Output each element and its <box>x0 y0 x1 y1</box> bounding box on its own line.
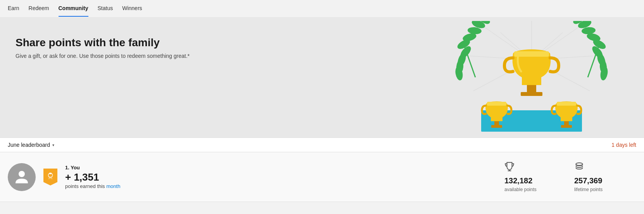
trophy-illustration <box>450 21 613 134</box>
leaderboard-dropdown[interactable]: June leaderboard ▾ <box>8 142 54 148</box>
available-points-block: 132,182 available points <box>504 162 566 192</box>
available-points-number: 132,182 <box>504 176 532 185</box>
chevron-down-icon: ▾ <box>52 143 54 147</box>
coins-icon <box>574 162 584 174</box>
leaderboard-title: June leaderboard <box>8 142 50 148</box>
hero-section: Share points with the family Give a gift… <box>0 17 644 137</box>
svg-rect-15 <box>514 51 549 57</box>
nav-earn[interactable]: Earn <box>8 0 19 17</box>
svg-rect-21 <box>564 121 569 125</box>
trophy-stat-icon <box>504 162 515 174</box>
lifetime-points-block: 257,369 lifetime points <box>574 162 636 192</box>
svg-point-49 <box>576 163 582 165</box>
lifetime-points-number: 257,369 <box>574 176 602 185</box>
person-icon <box>14 169 29 186</box>
nav-redeem[interactable]: Redeem <box>29 0 49 17</box>
points-amount: + 1,351 <box>65 171 497 183</box>
svg-point-44 <box>19 171 25 177</box>
svg-rect-13 <box>527 85 536 92</box>
days-left-badge: 1 days left <box>611 142 636 148</box>
navigation: Earn Redeem Community Status Winners <box>0 0 644 17</box>
svg-rect-17 <box>494 121 499 125</box>
svg-rect-18 <box>491 125 502 128</box>
svg-rect-19 <box>487 102 506 106</box>
svg-rect-23 <box>557 102 576 106</box>
leaderboard-bar: June leaderboard ▾ 1 days left <box>0 137 644 152</box>
month-highlight: month <box>106 183 120 189</box>
user-leaderboard-row: 1. You + 1,351 points earned this month … <box>0 152 644 202</box>
user-points-section: 1. You + 1,351 points earned this month <box>65 165 497 189</box>
svg-rect-14 <box>521 92 542 96</box>
svg-rect-46 <box>49 173 52 174</box>
nav-community[interactable]: Community <box>59 0 88 17</box>
medal-icon <box>46 172 55 182</box>
hero-subtitle: Give a gift, or ask for one. Use those p… <box>16 53 248 59</box>
rank-badge <box>43 169 57 186</box>
lifetime-points-label: lifetime points <box>574 187 603 192</box>
nav-status[interactable]: Status <box>98 0 113 17</box>
available-points-label: available points <box>504 187 537 192</box>
user-rank-name: 1. You <box>65 165 497 171</box>
nav-winners[interactable]: Winners <box>122 0 142 17</box>
svg-rect-22 <box>561 125 572 128</box>
avatar <box>8 163 36 191</box>
hero-title: Share points with the family <box>16 37 248 49</box>
points-text: points earned this <box>65 183 106 189</box>
points-label: points earned this month <box>65 183 497 189</box>
